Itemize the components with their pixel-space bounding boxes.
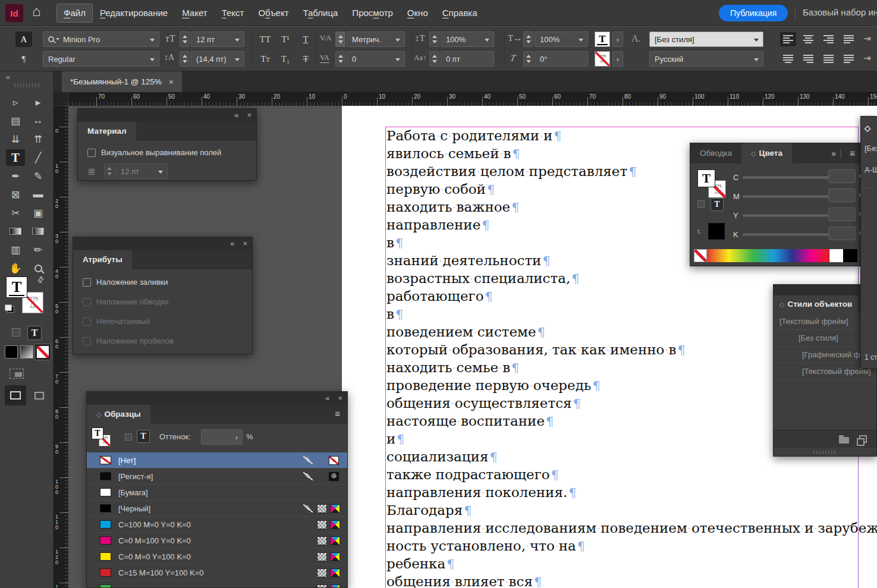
tab-stroke[interactable]: Обводка: [690, 143, 741, 163]
tint-expander-icon[interactable]: ›: [235, 433, 238, 442]
tab-color[interactable]: ◇Цвета: [741, 143, 792, 163]
leading-combo[interactable]: (14,4 пт): [191, 51, 244, 67]
dock-grip[interactable]: [14, 83, 40, 87]
skew-stepper[interactable]: [523, 51, 533, 67]
horizontal-scale-combo[interactable]: 100%: [535, 32, 588, 47]
text-line[interactable]: который·образования,·так·как·именно·в¶: [386, 342, 686, 360]
font-size-stepper[interactable]: [180, 32, 190, 47]
baseline-shift-field[interactable]: 0 пт: [441, 51, 494, 67]
tracking-stepper[interactable]: [335, 51, 345, 67]
ramp-white-swatch[interactable]: [829, 249, 843, 262]
ramp-black-swatch[interactable]: [843, 249, 857, 262]
swatch-row[interactable]: [Нет]✎: [87, 452, 347, 468]
text-line[interactable]: в¶: [386, 235, 403, 253]
attribute-option[interactable]: Наложение заливки: [83, 278, 168, 287]
font-style-combo[interactable]: Regular: [43, 51, 159, 67]
collapse-dock-icon[interactable]: «: [6, 73, 10, 81]
text-line[interactable]: общения·осуществляется¶: [386, 395, 581, 413]
style-item-partial[interactable]: А-Ш: [865, 165, 877, 174]
baseline-shift-stepper[interactable]: [429, 51, 439, 67]
font-size-combo[interactable]: 12 пт: [191, 32, 244, 47]
left-margin-guide[interactable]: [385, 127, 386, 588]
fill-flyout-button[interactable]: ›: [612, 32, 623, 47]
document-tab[interactable]: *Безымянный-1 @ 125%×: [62, 71, 182, 92]
formatting-affects-text-button[interactable]: T: [27, 326, 42, 340]
menu-item-макет[interactable]: Макет: [175, 4, 213, 22]
eyedropper-tool[interactable]: ✏: [29, 241, 48, 258]
checkbox-icon[interactable]: [83, 278, 91, 287]
toolbar-fill-swatch[interactable]: T: [6, 276, 27, 298]
language-combo[interactable]: Русский: [649, 51, 763, 67]
collapse-panel-icon[interactable]: «: [230, 239, 234, 248]
style-group-folder-icon[interactable]: [839, 437, 849, 444]
tint-text-button[interactable]: T: [137, 430, 150, 443]
text-line[interactable]: также·подрастающего¶: [386, 467, 559, 485]
justify-right-button[interactable]: [800, 52, 816, 66]
text-line[interactable]: знаний·деятельности¶: [386, 253, 551, 271]
fill-proxy-swatch[interactable]: T: [697, 169, 715, 187]
tab-swatches[interactable]: ◇Образцы: [87, 405, 150, 424]
skew-field[interactable]: 0°: [535, 51, 588, 67]
tint-combo[interactable]: ›: [201, 429, 243, 445]
text-line[interactable]: Благодаря¶: [386, 502, 472, 520]
text-line[interactable]: явилось·семьей·в¶: [386, 146, 520, 163]
justify-last-button[interactable]: [841, 52, 857, 66]
fill-proxy-swatch[interactable]: T: [92, 427, 103, 439]
stroke-color-swatch[interactable]: T: [595, 51, 610, 67]
indent-left-icon[interactable]: ⇥: [863, 33, 871, 44]
superscript-button[interactable]: T¹: [277, 32, 294, 47]
ramp-none-swatch[interactable]: [694, 249, 707, 262]
text-line[interactable]: в¶: [386, 306, 403, 324]
text-line[interactable]: проведение·первую·очередь¶: [386, 378, 601, 395]
apply-gradient-button[interactable]: [20, 345, 33, 359]
text-line[interactable]: и¶: [386, 431, 405, 449]
pencil-tool[interactable]: ✎: [29, 168, 48, 184]
fill-color-swatch[interactable]: T: [595, 32, 610, 47]
text-line[interactable]: направления·поколения.¶: [386, 485, 577, 502]
menu-item-файл[interactable]: Файл: [57, 4, 92, 22]
stroke-flyout-button[interactable]: ›: [612, 51, 623, 67]
menu-item-справка[interactable]: Справка: [436, 4, 484, 22]
swatch-row[interactable]: [Черный]✎: [87, 501, 347, 517]
text-line[interactable]: социализация¶: [386, 449, 498, 467]
pen-tool[interactable]: ✒: [6, 168, 25, 184]
vertical-scale-combo[interactable]: 100%: [441, 32, 494, 47]
gap-tool[interactable]: ↔: [29, 112, 48, 129]
gradient-feather-tool[interactable]: [29, 223, 48, 240]
text-line[interactable]: Работа·с·родителями·и¶: [386, 128, 562, 146]
channel-value-field[interactable]: [828, 169, 856, 183]
channel-value-field[interactable]: [828, 188, 856, 202]
paragraph-formatting-button[interactable]: ¶: [15, 51, 32, 67]
line-tool[interactable]: ╱: [29, 149, 48, 166]
collapse-panel-icon[interactable]: «: [234, 111, 238, 120]
apply-color-button[interactable]: [5, 345, 18, 359]
tab-object-styles[interactable]: ◇Стили объектов: [774, 295, 858, 313]
font-family-combo[interactable]: Minion Pro: [43, 32, 159, 47]
text-line[interactable]: направления·исследованиям·поведением·оте…: [386, 520, 877, 538]
type-tool[interactable]: T: [6, 149, 25, 166]
horizontal-ruler[interactable]: 7060504030201001020304050607080901001101…: [68, 92, 877, 106]
indesign-logo-icon[interactable]: Id: [5, 4, 23, 22]
swatch-row[interactable]: [87, 581, 347, 587]
text-line[interactable]: воздействия·целом·представляет¶: [386, 163, 637, 181]
home-icon[interactable]: ⌂: [32, 3, 41, 20]
tab-story[interactable]: Материал: [78, 122, 136, 141]
direct-selection-tool[interactable]: ▸: [29, 94, 48, 111]
workspace-switcher[interactable]: Базовый набор ин: [803, 7, 877, 17]
publish-button[interactable]: Публикация: [719, 5, 788, 21]
leading-stepper[interactable]: [180, 51, 190, 67]
horizontal-scale-stepper[interactable]: [523, 32, 533, 47]
swatch-row[interactable]: C=100 M=0 Y=0 K=0: [87, 517, 347, 533]
channel-value-field[interactable]: [828, 227, 856, 240]
screen-mode-icon[interactable]: [10, 369, 24, 379]
normal-view-button[interactable]: [5, 385, 26, 405]
justify-left-button[interactable]: [841, 32, 857, 46]
all-caps-button[interactable]: TT: [257, 32, 274, 47]
formatting-affects-container-button[interactable]: [12, 328, 20, 337]
color-ramp[interactable]: [707, 249, 829, 262]
swatch-row[interactable]: [Регист-я]✎⊕: [87, 468, 347, 485]
text-line[interactable]: ность·установлено,·что·на¶: [386, 538, 585, 556]
channel-slider[interactable]: [743, 196, 843, 198]
strikethrough-button[interactable]: T: [297, 51, 314, 67]
resize-grip[interactable]: [813, 451, 837, 454]
